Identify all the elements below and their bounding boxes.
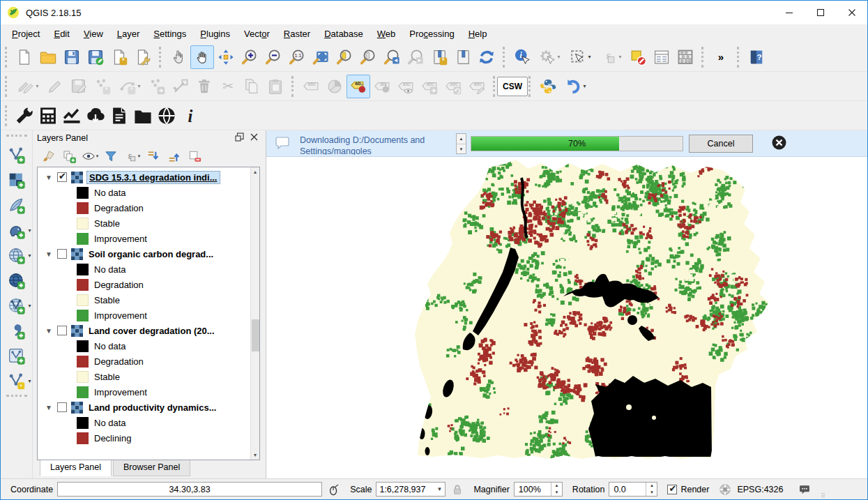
- new-shapefile-layer-button[interactable]: [2, 343, 31, 368]
- zoom-full-button[interactable]: [309, 45, 333, 69]
- show-hide-labels-button[interactable]: abc: [394, 75, 418, 98]
- add-wcs-layer-button[interactable]: [2, 268, 31, 293]
- menu-database[interactable]: Database: [317, 26, 370, 42]
- scroll-down-icon[interactable]: ▼: [251, 450, 259, 460]
- legend-item[interactable]: No data: [38, 415, 250, 430]
- collapse-all-button[interactable]: [164, 147, 183, 165]
- lock-scale-icon[interactable]: [451, 483, 464, 496]
- legend-item[interactable]: Stable: [38, 215, 250, 231]
- move-feature-button[interactable]: [145, 75, 169, 98]
- new-project-button[interactable]: [13, 45, 36, 69]
- layer-row[interactable]: ▼Land cover degradation (20...: [38, 323, 250, 338]
- legend-item[interactable]: No data: [38, 262, 250, 277]
- expand-all-button[interactable]: [143, 147, 162, 165]
- close-panel-icon[interactable]: [250, 132, 259, 144]
- legend-item[interactable]: Improvement: [38, 231, 250, 246]
- trends-load-button[interactable]: [131, 104, 155, 128]
- menu-project[interactable]: Project: [5, 26, 47, 42]
- add-vector-layer-button[interactable]: [2, 142, 31, 167]
- help-contents-button[interactable]: ?: [745, 45, 768, 69]
- move-label-button[interactable]: abc: [418, 75, 441, 98]
- legend-item[interactable]: Degradation: [38, 354, 250, 369]
- new-print-composer-button[interactable]: *: [107, 45, 131, 69]
- scroll-up-icon[interactable]: ▲: [251, 167, 259, 176]
- save-project-as-button[interactable]: [84, 45, 107, 69]
- collapse-caret-icon[interactable]: ▼: [43, 250, 54, 258]
- layer-checkbox[interactable]: [57, 326, 67, 335]
- zoom-to-selection-button[interactable]: [333, 45, 356, 69]
- copy-features-button[interactable]: [240, 75, 264, 98]
- deselect-all-button[interactable]: [626, 45, 650, 69]
- layer-checkbox[interactable]: [57, 172, 67, 182]
- tab-browser-panel[interactable]: Browser Panel: [113, 460, 190, 476]
- trends-plot-button[interactable]: [60, 104, 84, 128]
- zoom-native-button[interactable]: 1:1: [285, 45, 309, 69]
- save-layer-edits-button[interactable]: [67, 75, 91, 98]
- legend-item[interactable]: Degradation: [38, 200, 250, 215]
- show-bookmarks-button[interactable]: [451, 45, 475, 69]
- layer-checkbox[interactable]: [57, 249, 67, 259]
- legend-item[interactable]: Declining: [38, 430, 250, 446]
- crs-status-icon[interactable]: [719, 483, 731, 496]
- pan-map-button[interactable]: [190, 45, 214, 69]
- legend-item[interactable]: Degradation: [38, 277, 250, 292]
- layer-name[interactable]: Land productivity dynamics...: [86, 402, 218, 414]
- filter-legend-button[interactable]: [101, 147, 121, 165]
- spin-arrows-icon[interactable]: ▲▼: [551, 483, 562, 496]
- rotate-label-button[interactable]: abc: [441, 75, 465, 98]
- log-messages-icon[interactable]: [798, 483, 811, 496]
- select-features-button[interactable]: ▾: [565, 45, 595, 69]
- collapse-caret-icon[interactable]: ▼: [43, 404, 54, 411]
- add-postgis-layer-button[interactable]: ▾: [2, 218, 31, 243]
- collapse-caret-icon[interactable]: ▼: [43, 327, 54, 335]
- spin-arrows-icon[interactable]: ▲▼: [646, 483, 657, 496]
- node-tool-button[interactable]: [169, 75, 192, 98]
- coordinate-input[interactable]: [57, 482, 322, 497]
- toggle-editing-button[interactable]: [43, 75, 67, 98]
- layer-name[interactable]: Soil organic carbon degrad...: [86, 248, 215, 260]
- trends-calculate-button[interactable]: [36, 104, 60, 128]
- delete-selected-button[interactable]: [192, 75, 216, 98]
- legend-item[interactable]: Improvement: [38, 308, 250, 323]
- python-console-button[interactable]: [536, 75, 560, 98]
- field-calculator-button[interactable]: [673, 45, 697, 69]
- float-panel-icon[interactable]: [235, 132, 244, 144]
- select-by-expression-button[interactable]: ε▾: [595, 45, 626, 69]
- menu-layer[interactable]: Layer: [110, 26, 147, 42]
- zoom-last-button[interactable]: [380, 45, 404, 69]
- layer-styling-button[interactable]: [38, 147, 58, 165]
- map-canvas[interactable]: [266, 157, 867, 478]
- cancel-button[interactable]: Cancel: [689, 135, 753, 153]
- maximize-button[interactable]: [805, 1, 836, 24]
- diagram-options-button[interactable]: [323, 75, 347, 98]
- plugin-reload-button[interactable]: ▾: [560, 75, 591, 98]
- change-label-button[interactable]: abc: [465, 75, 489, 98]
- manage-visibility-button[interactable]: ▾: [80, 147, 100, 165]
- layer-row[interactable]: ▼Soil organic carbon degrad...: [38, 246, 250, 262]
- save-project-button[interactable]: [60, 45, 84, 69]
- identify-features-button[interactable]: i: [510, 45, 534, 69]
- composer-manager-button[interactable]: [131, 45, 155, 69]
- add-delimited-text-layer-button[interactable]: [2, 318, 31, 343]
- open-attribute-table-button[interactable]: [650, 45, 673, 69]
- run-feature-action-button[interactable]: ▾: [534, 45, 565, 69]
- menu-raster[interactable]: Raster: [277, 26, 317, 42]
- close-message-icon[interactable]: [771, 135, 787, 153]
- tree-scrollbar[interactable]: ▲ ▼: [250, 167, 259, 460]
- collapse-caret-icon[interactable]: ▼: [43, 174, 54, 181]
- filter-expression-button[interactable]: ε▾: [122, 147, 142, 165]
- rotation-spinbox[interactable]: 0.0 ▲▼: [609, 482, 657, 497]
- menu-vector[interactable]: Vector: [237, 26, 277, 42]
- legend-item[interactable]: Improvement: [38, 384, 250, 400]
- layer-checkbox[interactable]: [57, 402, 67, 412]
- scale-combo[interactable]: 1:6,278,937 ▼: [376, 482, 446, 497]
- pan-to-selection-button[interactable]: [214, 45, 238, 69]
- zoom-in-button[interactable]: [238, 45, 261, 69]
- new-bookmark-button[interactable]: *: [427, 45, 451, 69]
- trends-download-button[interactable]: [84, 104, 107, 128]
- add-circular-string-button[interactable]: *▾: [114, 75, 145, 98]
- layer-name[interactable]: SDG 15.3.1 degradation indi...: [86, 171, 220, 184]
- menu-plugins[interactable]: Plugins: [193, 26, 237, 42]
- legend-item[interactable]: Stable: [38, 292, 250, 308]
- legend-item[interactable]: No data: [38, 338, 250, 354]
